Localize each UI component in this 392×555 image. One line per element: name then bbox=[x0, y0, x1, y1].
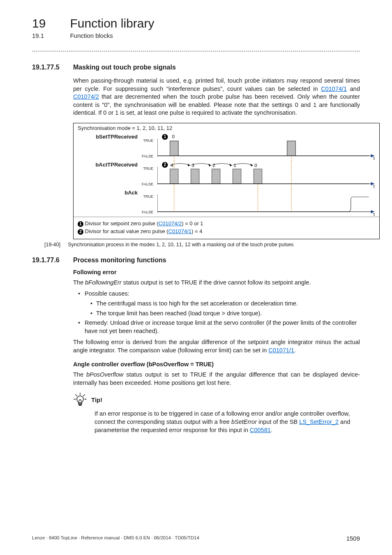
svg-text:3: 3 bbox=[192, 163, 194, 168]
body-text: The following error is derived from the … bbox=[73, 339, 360, 354]
y-tick-false: FALSE bbox=[142, 182, 153, 186]
divider bbox=[32, 51, 360, 51]
signal-name: bAck bbox=[125, 190, 138, 196]
link-ls-seterror-2[interactable]: LS_SetError_2 bbox=[299, 419, 339, 425]
body-paragraph: The bFollowingErr status output is set t… bbox=[73, 279, 360, 287]
body-emphasis: bSetError bbox=[231, 419, 257, 425]
svg-marker-30 bbox=[229, 164, 232, 166]
link-c01071-1[interactable]: C01071/1 bbox=[268, 347, 294, 354]
figure-legend: 1 Divisor for setpoint zero pulse (C0107… bbox=[74, 217, 379, 239]
list-text: Possible causes: bbox=[85, 290, 129, 297]
link-c00581[interactable]: C00581 bbox=[250, 427, 271, 433]
list-item: Remedy: Unload drive or increase torque … bbox=[78, 319, 360, 335]
legend-text: ) = 4 bbox=[191, 228, 202, 234]
svg-rect-21 bbox=[254, 169, 262, 184]
body-paragraph: When passing-through material is used, e… bbox=[73, 77, 360, 117]
y-tick-false: FALSE bbox=[142, 154, 153, 158]
svg-marker-31 bbox=[250, 164, 253, 166]
svg-text:4: 4 bbox=[171, 163, 173, 168]
svg-text:1: 1 bbox=[233, 163, 236, 168]
list-item: The centrifugal mass is too high for the… bbox=[90, 300, 360, 308]
svg-text:2: 2 bbox=[164, 162, 166, 167]
signal-name: bActTPReceived bbox=[95, 162, 138, 168]
body-paragraph: The bPosOverflow status output is set to… bbox=[73, 371, 360, 387]
body-text: and bbox=[347, 86, 360, 92]
section-number: 19.1 bbox=[32, 32, 68, 39]
chapter-title: Function library bbox=[70, 16, 154, 30]
t-label: t bbox=[374, 156, 375, 161]
legend-text: ) = 0 or 1 bbox=[182, 220, 203, 227]
y-tick-false: FALSE bbox=[142, 210, 153, 214]
body-text: that are decremented when the touch prob… bbox=[73, 93, 360, 116]
footer-text: Lenze · 8400 TopLine · Reference manual … bbox=[32, 535, 199, 540]
figure-caption-number: [19-40] bbox=[44, 242, 67, 247]
body-text: . bbox=[271, 427, 272, 433]
svg-text:0: 0 bbox=[254, 163, 257, 168]
chapter-number: 19 bbox=[32, 16, 68, 30]
subsection-title: Process monitoring functions bbox=[73, 257, 166, 264]
subsection-number: 19.1.77.5 bbox=[32, 64, 73, 71]
section-title: Function blocks bbox=[70, 32, 113, 39]
y-tick-true: TRUE bbox=[143, 166, 154, 171]
list-item: Possible causes: The centrifugal mass is… bbox=[78, 290, 360, 317]
signal-plot-1: t 1 0 bbox=[157, 133, 379, 161]
subheading-overflow: Angle controller overflow (bPosOverflow … bbox=[73, 361, 360, 368]
link-c01074-2[interactable]: C01074/2 bbox=[159, 220, 182, 227]
svg-text:2: 2 bbox=[212, 163, 215, 168]
svg-rect-19 bbox=[212, 169, 220, 184]
page-header: 19 Function library 19.1 Function blocks bbox=[32, 16, 360, 39]
tip-label: Tip! bbox=[91, 396, 102, 403]
link-c01074-1[interactable]: C01074/1 bbox=[321, 86, 347, 92]
svg-text:t: t bbox=[374, 212, 375, 217]
figure-lane-2: bActTPReceived TRUE FALSE bbox=[74, 161, 379, 189]
link-c01074-2[interactable]: C01074/2 bbox=[73, 93, 99, 100]
figure-heading: Synchronisation mode = 1, 2, 10, 11, 12 bbox=[74, 123, 379, 133]
body-paragraph: The following error is derived from the … bbox=[73, 338, 360, 354]
svg-text:1: 1 bbox=[164, 134, 166, 139]
list-item: The torque limit has been reached (load … bbox=[90, 310, 360, 318]
marker-2-icon: 2 bbox=[78, 229, 83, 235]
signal-plot-2: t 2 4 3 2 1 0 bbox=[157, 161, 379, 189]
body-text: The bbox=[73, 371, 86, 378]
figure-lane-1: bSetTPReceived TRUE FALSE t bbox=[74, 133, 379, 161]
signal-plot-3: t bbox=[157, 189, 379, 217]
page-number: 1509 bbox=[346, 535, 360, 542]
lightbulb-icon bbox=[73, 393, 87, 407]
subheading-following-error: Following error bbox=[73, 269, 360, 275]
svg-rect-18 bbox=[191, 169, 199, 184]
body-emphasis: bPosOverflow bbox=[86, 371, 123, 378]
body-text: The bbox=[73, 279, 85, 286]
body-text: status output is set to TRUE if the driv… bbox=[122, 279, 311, 286]
svg-rect-3 bbox=[170, 141, 178, 156]
subsection-number: 19.1.77.6 bbox=[32, 257, 73, 264]
svg-marker-29 bbox=[208, 164, 211, 166]
legend-text: Divisor for actual value zero pulse ( bbox=[83, 228, 168, 234]
figure-box: Synchronisation mode = 1, 2, 10, 11, 12 … bbox=[73, 123, 380, 239]
bullet-list: Possible causes: The centrifugal mass is… bbox=[78, 290, 360, 335]
svg-line-48 bbox=[83, 395, 85, 396]
svg-text:0: 0 bbox=[172, 134, 175, 139]
body-emphasis: bFollowingErr bbox=[85, 279, 122, 286]
svg-text:t: t bbox=[374, 184, 375, 189]
tip-body: If an error response is to be triggered … bbox=[95, 410, 360, 434]
link-c01074-1[interactable]: C01074/1 bbox=[168, 228, 191, 234]
y-tick-true: TRUE bbox=[143, 139, 154, 143]
svg-line-47 bbox=[76, 395, 77, 396]
marker-1-icon: 1 bbox=[78, 221, 83, 227]
subsection-title: Masking out touch probe signals bbox=[73, 64, 176, 71]
tip-header: Tip! bbox=[73, 393, 360, 407]
figure-caption: [19-40] Synchronisation process in the m… bbox=[44, 242, 360, 247]
svg-rect-20 bbox=[233, 169, 241, 184]
svg-point-51 bbox=[77, 396, 83, 402]
svg-rect-17 bbox=[170, 169, 178, 184]
body-text: . bbox=[294, 347, 296, 354]
body-text: When passing-through material is used, e… bbox=[73, 77, 360, 92]
svg-rect-4 bbox=[287, 141, 295, 156]
legend-text: Divisor for setpoint zero pulse ( bbox=[83, 220, 159, 227]
figure-caption-text: Synchronisation process in the modes 1, … bbox=[68, 242, 293, 247]
y-tick-true: TRUE bbox=[143, 194, 154, 199]
figure-lane-3: bAck TRUE FALSE t bbox=[74, 189, 379, 217]
body-text: input of the SB bbox=[257, 419, 299, 425]
signal-name: bSetTPReceived bbox=[96, 134, 138, 140]
svg-marker-28 bbox=[187, 164, 190, 166]
